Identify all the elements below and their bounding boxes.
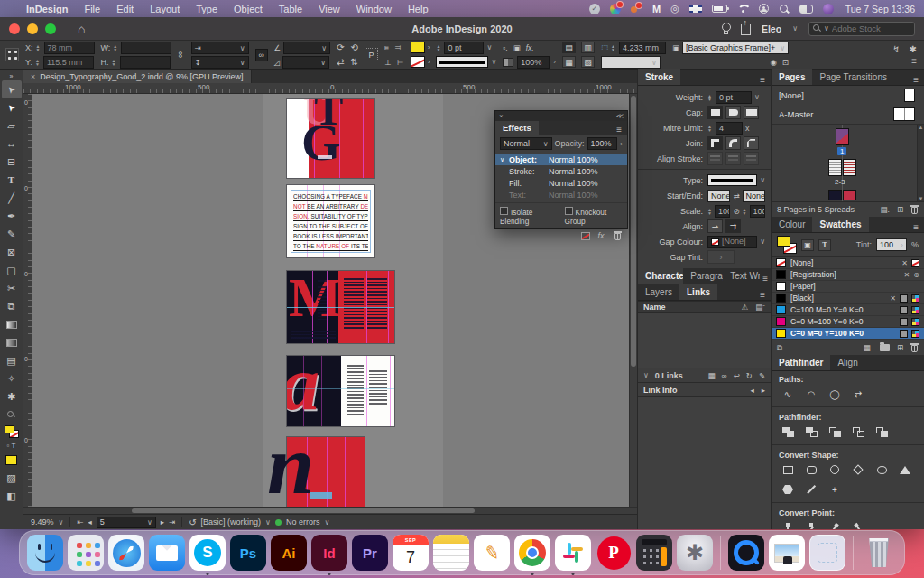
dock-notes[interactable] — [433, 535, 469, 571]
convert-ellipse-button[interactable] — [826, 462, 844, 477]
stroke-type-dropdown[interactable] — [436, 56, 488, 68]
effects-close-icon[interactable]: × — [499, 112, 504, 120]
dock-image-capture[interactable] — [769, 535, 805, 571]
dock-finder[interactable] — [27, 535, 63, 571]
align-inside-button[interactable] — [725, 152, 741, 165]
stroke-panel-menu-icon[interactable]: ≡ — [754, 75, 771, 85]
zoom-chevron-icon[interactable]: ∨ — [59, 518, 64, 527]
join-round-button[interactable] — [725, 136, 741, 150]
dock-chrome[interactable] — [514, 535, 550, 571]
flip-horizontal-icon[interactable]: ⇄ — [337, 57, 344, 67]
delete-page-icon[interactable] — [910, 205, 919, 214]
type-chevron-icon[interactable]: ∨ — [760, 176, 765, 184]
container-toggle[interactable]: ▣ — [801, 239, 814, 251]
pathfinder-minus-back-button[interactable] — [873, 424, 891, 439]
page-1-thumb[interactable] — [836, 128, 849, 145]
uk-flag-icon[interactable] — [689, 5, 702, 13]
close-tab-icon[interactable]: × — [31, 72, 35, 81]
show-swatch-kinds-icon[interactable]: ⧉ — [777, 343, 782, 353]
new-page-icon[interactable]: ⊞ — [897, 205, 903, 214]
page-tool[interactable]: ▱ — [2, 117, 22, 135]
effects-opacity-chevron-icon[interactable]: › — [620, 140, 623, 148]
stroke-weight-chevron-icon[interactable]: ∨ — [486, 43, 492, 51]
w-stepper[interactable]: ▲▼ — [113, 44, 118, 51]
tab-page-transitions[interactable]: Page Transitions — [812, 69, 894, 85]
convert-point-smooth-button[interactable] — [826, 520, 844, 529]
gear-icon[interactable]: ✱ — [910, 44, 917, 54]
stroke-type-chevron-icon[interactable]: ∨ — [491, 58, 496, 66]
links-panel-menu-icon[interactable]: ≡ — [754, 290, 771, 300]
w-field[interactable] — [121, 42, 171, 54]
adobe-stock-search[interactable]: ∨ — [808, 22, 915, 36]
arrow-align-tip-button[interactable]: ⇀ — [707, 219, 723, 233]
apply-gradient-button[interactable]: ▨ — [2, 469, 22, 487]
swatch-row-magenta[interactable]: C=0 M=100 Y=0 K=0 — [772, 316, 924, 328]
gap-colour-chevron-icon[interactable]: ∨ — [760, 238, 765, 246]
relink-icon[interactable]: ▦ — [708, 371, 716, 380]
line-tool[interactable]: ╱ — [2, 189, 22, 207]
end-dropdown[interactable]: None∨ — [743, 190, 765, 202]
menu-indesign[interactable]: InDesign — [18, 4, 76, 14]
links-collapse-icon[interactable]: ∨ — [643, 371, 649, 379]
effects-row-text[interactable]: Text:Normal 100% — [495, 189, 627, 200]
dock-calculator[interactable] — [636, 535, 672, 571]
last-page-button[interactable]: ⇥ — [169, 517, 175, 527]
convert-rectangle-button[interactable] — [779, 462, 797, 477]
opacity-chevron-icon[interactable]: › — [553, 58, 556, 66]
scale-start-stepper[interactable]: ▲▼ — [707, 208, 712, 215]
close-window-button[interactable] — [9, 23, 20, 34]
page-3-thumb[interactable] — [843, 159, 856, 176]
menu-table[interactable]: Table — [271, 4, 310, 14]
effects-row-object[interactable]: ∨Object:Normal 100% — [495, 154, 627, 165]
update-link-icon[interactable]: ↻ — [746, 371, 753, 380]
tab-layers[interactable]: Layers — [638, 284, 679, 300]
convert-orthogonal-line-button[interactable]: + — [826, 482, 844, 497]
pages-scrollbar[interactable]: ▲▼ — [917, 125, 924, 201]
convert-point-corner-button[interactable] — [802, 520, 820, 529]
menu-edit[interactable]: Edit — [108, 4, 142, 14]
fill-chevron-icon[interactable]: › — [428, 43, 430, 51]
free-transform-tool[interactable]: ⧉ — [2, 297, 22, 315]
edit-page-size-icon[interactable]: ▤. — [880, 205, 889, 214]
rectangle-tool[interactable]: ▢ — [2, 261, 22, 279]
selection-tool[interactable]: ➤ — [2, 80, 22, 98]
home-icon[interactable]: ⌂ — [78, 22, 85, 36]
effects-row-fill[interactable]: Fill:Normal 100% — [495, 177, 627, 189]
apply-colour-button[interactable] — [2, 451, 22, 469]
master-a-row[interactable]: A-Master — [772, 105, 924, 124]
document-tab[interactable]: × Design_Typography_Good_2.indd @ 9% [GP… — [23, 70, 252, 83]
spread-5-page[interactable]: n — [287, 437, 365, 507]
effects-tab[interactable]: Effects — [495, 121, 539, 135]
tab-colour[interactable]: Colour — [772, 216, 812, 232]
shear-angle-dropdown[interactable]: ∨ — [282, 56, 329, 69]
folder-icon[interactable] — [880, 344, 890, 351]
search-scope-chevron-icon[interactable]: ∨ — [824, 24, 829, 33]
menu-clock[interactable]: Tue 7 Sep 13:36 — [845, 4, 915, 14]
pathfinder-subtract-button[interactable] — [802, 424, 820, 439]
spread-2-3-label[interactable]: 2-3 — [835, 178, 845, 186]
effects-opacity-field[interactable]: 100% — [587, 137, 618, 150]
convert-triangle-button[interactable] — [896, 462, 914, 477]
swatch-row-yellow[interactable]: C=0 M=0 Y=100 K=0 — [772, 328, 924, 340]
weight-chevron-icon[interactable]: ∨ — [754, 93, 760, 101]
text-toggle[interactable]: T — [818, 239, 831, 251]
wrap-object-button[interactable]: ▦ — [562, 56, 576, 68]
dock-system-preferences[interactable]: ✱ — [677, 535, 713, 571]
prev-page-button[interactable]: ◂ — [88, 517, 92, 527]
effects-menu-icon[interactable]: ≡ — [611, 125, 627, 135]
scissors-tool[interactable]: ✂ — [2, 279, 22, 297]
horizontal-scrollbar[interactable] — [23, 507, 637, 514]
x-field[interactable]: 78 mm — [44, 42, 95, 54]
reverse-path-button[interactable]: ⇄ — [849, 387, 867, 401]
dock-photoshop[interactable]: Ps — [230, 535, 266, 571]
blend-mode-dropdown[interactable]: Normal∨ — [500, 137, 552, 150]
quick-apply-icon[interactable]: ⊡ — [782, 58, 789, 67]
dock-quicktime[interactable] — [728, 535, 764, 571]
link-info-prev-icon[interactable]: ◂ — [750, 386, 753, 395]
assistant-icon[interactable] — [610, 4, 621, 14]
pathfinder-exclude-button[interactable] — [849, 424, 867, 439]
scale-link-icon[interactable]: ∞ — [255, 49, 268, 61]
wrap-none-button[interactable]: ▤ — [562, 42, 576, 53]
rotation-angle-dropdown[interactable]: ∨ — [283, 42, 330, 54]
scale-end-field[interactable]: 100% — [750, 205, 765, 218]
